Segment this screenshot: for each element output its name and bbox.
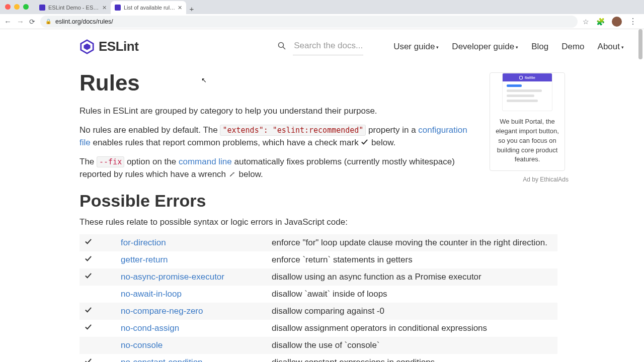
rule-name-cell: no-cond-assign: [121, 323, 272, 333]
rule-link[interactable]: no-constant-condition: [121, 357, 203, 362]
nav-about[interactable]: About▾: [598, 42, 624, 52]
tab-title: ESLint Demo - ESLint - Plugga: [48, 5, 100, 11]
scrollbar[interactable]: [637, 29, 643, 362]
new-tab-button[interactable]: +: [186, 3, 197, 14]
check-icon: [85, 306, 92, 316]
close-window-icon[interactable]: [5, 4, 11, 10]
window-controls: [5, 4, 29, 10]
check-icon: [85, 272, 92, 282]
rule-name-cell: no-constant-condition: [121, 357, 272, 362]
minimize-window-icon[interactable]: [14, 4, 20, 10]
ad-credit[interactable]: Ad by EthicalAds: [477, 176, 569, 183]
menu-icon[interactable]: ⋮: [629, 17, 637, 26]
nav-label: Developer guide: [452, 42, 514, 52]
rule-link[interactable]: no-compare-neg-zero: [121, 306, 203, 316]
code-fix: --fix: [97, 156, 124, 167]
browser-toolbar: ← → ⟳ 🔒 eslint.org/docs/rules/ ☆ 🧩 ⋮: [0, 14, 644, 29]
link-command-line[interactable]: command line: [179, 157, 232, 166]
ad-image: flatfile: [502, 73, 552, 111]
check-icon: [85, 323, 92, 333]
bookmark-icon[interactable]: ☆: [583, 18, 589, 26]
recommended-cell: [79, 306, 121, 316]
profile-avatar[interactable]: [612, 17, 622, 27]
chevron-down-icon: ▾: [621, 45, 624, 50]
extensions-icon[interactable]: 🧩: [596, 18, 605, 26]
code-extends: "extends": "eslint:recommended": [220, 125, 366, 136]
check-icon: [85, 238, 92, 247]
tab-title: List of available rules - ESLint: [124, 5, 176, 11]
eslint-logo-icon: [79, 39, 95, 54]
rule-link[interactable]: no-console: [121, 340, 163, 350]
recommended-cell: [79, 255, 121, 265]
ad-brand: flatfile: [525, 75, 535, 80]
ad-logo-icon: [519, 76, 523, 79]
chevron-down-icon: ▾: [436, 45, 439, 50]
recommended-cell: [79, 238, 121, 248]
rule-link[interactable]: no-await-in-loop: [121, 289, 182, 299]
favicon-icon: [39, 5, 45, 11]
nav-label: About: [598, 42, 620, 52]
nav-label: User guide: [393, 42, 435, 52]
search-icon[interactable]: [278, 42, 286, 52]
rule-link[interactable]: getter-return: [121, 255, 168, 264]
ad-text: We built Portal, the elegant import butt…: [490, 111, 565, 164]
browser-tab[interactable]: ESLint Demo - ESLint - Plugga ✕: [35, 1, 111, 14]
rule-name-cell: for-direction: [121, 238, 272, 248]
close-tab-icon[interactable]: ✕: [102, 5, 107, 11]
paragraph-fix: The --fix option on the command line aut…: [79, 155, 472, 181]
rule-link[interactable]: no-async-promise-executor: [121, 272, 224, 282]
search-input[interactable]: [293, 38, 363, 55]
chevron-down-icon: ▾: [516, 45, 518, 50]
sponsor-ad[interactable]: flatfile We built Portal, the elegant im…: [490, 72, 565, 171]
paragraph-extends: No rules are enabled by default. The "ex…: [79, 124, 472, 149]
reload-button[interactable]: ⟳: [29, 18, 35, 26]
address-bar[interactable]: 🔒 eslint.org/docs/rules/: [40, 16, 578, 28]
forward-button[interactable]: →: [17, 17, 24, 26]
logo-text: ESLint: [99, 39, 138, 54]
page-title: Rules: [79, 70, 472, 96]
wrench-icon: [228, 169, 236, 177]
svg-point-2: [279, 42, 284, 47]
nav-demo[interactable]: Demo: [561, 42, 584, 52]
rule-name-cell: no-compare-neg-zero: [121, 306, 272, 316]
recommended-cell: [79, 357, 121, 362]
nav-blog[interactable]: Blog: [531, 42, 548, 52]
nav-developer-guide[interactable]: Developer guide▾: [452, 42, 518, 52]
nav-user-guide[interactable]: User guide▾: [393, 42, 439, 52]
favicon-icon: [115, 5, 121, 11]
svg-line-3: [283, 47, 286, 49]
intro-paragraph: Rules in ESLint are grouped by category …: [79, 105, 472, 118]
section-title-possible-errors: Possible Errors: [79, 191, 472, 211]
text: The: [79, 157, 97, 166]
svg-marker-1: [84, 43, 90, 50]
close-tab-icon[interactable]: ✕: [178, 5, 182, 11]
back-button[interactable]: ←: [4, 17, 12, 26]
rule-name-cell: getter-return: [121, 255, 272, 265]
rule-name-cell: no-async-promise-executor: [121, 272, 272, 282]
maximize-window-icon[interactable]: [23, 4, 29, 10]
text: below.: [369, 138, 395, 147]
recommended-cell: [79, 272, 121, 282]
browser-tab[interactable]: List of available rules - ESLint ✕: [111, 1, 186, 14]
check-icon: [85, 357, 92, 362]
site-logo[interactable]: ESLint: [79, 39, 138, 54]
rule-link[interactable]: for-direction: [121, 238, 166, 247]
text: below.: [236, 169, 263, 179]
browser-tabbar: ESLint Demo - ESLint - Plugga ✕ List of …: [0, 0, 644, 14]
url-text: eslint.org/docs/rules/: [55, 18, 113, 25]
text: enables rules that report common problem…: [91, 138, 361, 147]
lock-icon: 🔒: [45, 19, 51, 24]
rule-name-cell: no-await-in-loop: [121, 289, 272, 299]
rule-name-cell: no-console: [121, 340, 272, 350]
rule-link[interactable]: no-cond-assign: [121, 323, 179, 333]
section-desc: These rules relate to possible syntax or…: [79, 216, 472, 229]
text: No rules are enabled by default. The: [79, 125, 220, 135]
check-icon: [361, 137, 369, 144]
text: option on the: [124, 157, 179, 166]
recommended-cell: [79, 323, 121, 333]
check-icon: [85, 255, 92, 264]
scrollbar-thumb[interactable]: [638, 29, 642, 59]
text: property in a: [366, 125, 418, 135]
